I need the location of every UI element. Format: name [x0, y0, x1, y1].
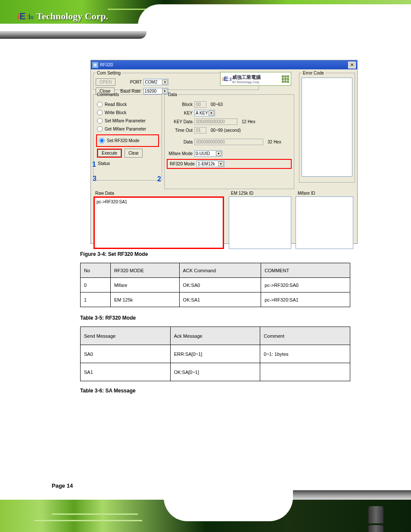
callout-2: 2 [157, 175, 161, 183]
rawdata-label: Raw Data [95, 191, 114, 196]
table2-caption: Table 3-6: SA Message [80, 388, 136, 394]
page-number: Page 14 [52, 482, 73, 489]
clear-button[interactable]: Clear [125, 149, 143, 158]
table1-caption: Table 3-5: RF320 Mode [80, 315, 136, 321]
com-setting-legend: Com Setting [96, 71, 122, 75]
mifare-id-box [296, 196, 353, 249]
data-suffix: 32 Hex [268, 140, 281, 144]
company-subtitle: Technology Corp. [37, 11, 109, 22]
callout-1: 1 [92, 161, 96, 168]
radio-set-mifare[interactable]: Set Mifare Parameter [97, 118, 158, 124]
sa-message-table: Send Message Ack Message Comment SA0 ERR… [80, 327, 350, 381]
key-label: KEY [167, 111, 193, 115]
titlebar[interactable]: ▦ RF320 ✕ [91, 60, 357, 69]
rf320-mode-label: RF320 Mode [169, 162, 195, 166]
decor-squares-icon [282, 75, 289, 83]
mifare-mode-label: Mifare Mode [167, 151, 193, 156]
data-group: Data Block 00~63 KEY KEY Data 12 Hex Tim… [164, 92, 294, 189]
radio-read-block[interactable]: Read Block [97, 102, 158, 107]
block-label: Block [167, 102, 193, 107]
th-no: No [81, 263, 111, 278]
port-label: PORT [118, 80, 142, 84]
table-header-row: No RF320 MODE ACK Command COMMENT [81, 263, 350, 278]
data-label: Data [167, 140, 193, 144]
th-send: Send Message [81, 327, 171, 345]
rawdata-box: pc->RF320:SA1 [93, 196, 224, 249]
commands-legend: Commands [96, 92, 120, 97]
mifare-mode-select[interactable] [194, 150, 222, 157]
open-button[interactable]: OPEN [96, 78, 115, 86]
error-code-group: Error Code [299, 71, 355, 183]
window-title: RF320 [100, 62, 113, 67]
block-range: 00~63 [211, 102, 223, 107]
radio-get-mifare[interactable]: Get Mifare Parameter [97, 126, 158, 132]
th-comment2: Comment [260, 327, 350, 345]
error-code-list [302, 78, 352, 177]
vendor-banner: iE:i 威強工業電腦 IEI Technology Corp. [220, 72, 291, 86]
execute-button[interactable]: Execute [98, 149, 121, 157]
table-row: 1 EM 125k OK:SA1 pc->RF320:SA1 [81, 292, 350, 307]
th-ack: ACK Command [179, 263, 261, 278]
table-row: SA1 OK:SA[0~1] [81, 363, 350, 381]
app-icon: ▦ [92, 62, 98, 68]
status-label: Status [98, 161, 157, 166]
page-header-decor: iE:i® Technology Corp. [0, 0, 411, 52]
app-window: ▦ RF320 ✕ Com Setting OPEN PORT Close Ba… [90, 60, 358, 244]
vendor-cn: 威強工業電腦 [232, 74, 261, 81]
rf320-mode-select[interactable] [196, 161, 224, 167]
keydata-suffix: 12 Hex [242, 119, 255, 124]
figure-caption: Figure 3-4: Set RF320 Mode [80, 251, 148, 257]
rf320-mode-table: No RF320 MODE ACK Command COMMENT 0 Mifa… [80, 263, 350, 307]
table-header-row: Send Message Ack Message Comment [81, 327, 350, 345]
mifare-id-label: Mifare ID [298, 191, 315, 196]
timeout-suffix: 00~99 (second) [211, 128, 241, 133]
timeout-input[interactable] [194, 127, 206, 134]
data-input[interactable] [194, 139, 263, 145]
rawdata-content: pc->RF320:SA1 [97, 199, 127, 204]
table-row: SA0 ERR:SA[0~1] 0~1: 1bytes [81, 345, 350, 363]
em125k-box [229, 196, 291, 249]
timeout-label: Time Out [167, 128, 193, 133]
close-icon[interactable]: ✕ [348, 62, 356, 68]
callout-3: 3 [93, 175, 97, 183]
vendor-sub: IEI Technology Corp. [232, 81, 261, 84]
keydata-input[interactable] [194, 118, 237, 125]
data-legend: Data [167, 92, 178, 97]
table-row: 0 Mifare OK:SA0 pc->RF320:SA0 [81, 278, 350, 292]
th-mode: RF320 MODE [110, 263, 179, 278]
block-input[interactable] [194, 101, 206, 108]
radio-write-block[interactable]: Write Block [97, 110, 158, 115]
keydata-label: KEY Data [167, 119, 193, 124]
th-comment: COMMENT [261, 263, 350, 278]
company-logo: iE:i® Technology Corp. [17, 11, 146, 32]
em125k-label: EM 125k ID [231, 191, 253, 196]
port-select[interactable] [143, 79, 168, 85]
key-select[interactable] [194, 110, 215, 116]
capacitor-icon [368, 506, 398, 530]
commands-group: Commands Read Block Write Block Set Mifa… [93, 92, 162, 180]
radio-set-rf320[interactable]: Set RF320 Mode [99, 138, 156, 143]
error-code-legend: Error Code [302, 71, 325, 75]
th-ack2: Ack Message [170, 327, 260, 345]
